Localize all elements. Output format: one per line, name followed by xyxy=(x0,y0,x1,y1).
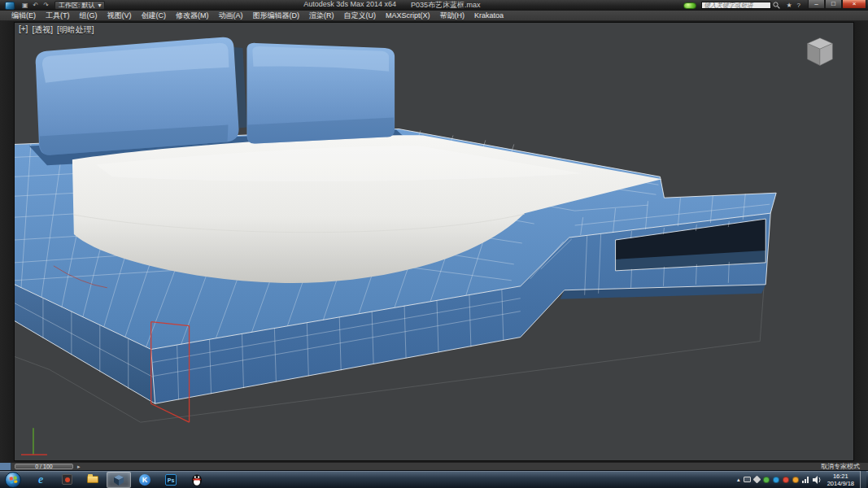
tray-hidden-icons-arrow[interactable]: ▴ xyxy=(737,477,740,483)
chevron-down-icon: ▾ xyxy=(98,2,101,9)
save-icon[interactable]: ▣ xyxy=(20,0,31,11)
window-controls: – □ × xyxy=(808,0,866,9)
taskbar-icon-media-player[interactable] xyxy=(55,472,79,488)
workspace-selector[interactable]: 工作区: 默认 ▾ xyxy=(55,1,105,10)
k-app-icon: K xyxy=(139,474,150,486)
taskbar-icon-explorer-folder[interactable] xyxy=(81,472,105,488)
show-desktop-button[interactable] xyxy=(860,471,866,488)
workspace-label: 工作区: 默认 xyxy=(59,1,94,10)
viewport-general-menu[interactable]: [+] xyxy=(19,24,28,36)
menu-customize[interactable]: 自定义(U) xyxy=(339,11,382,21)
close-button[interactable]: × xyxy=(842,0,866,9)
menu-animation[interactable]: 动画(A) xyxy=(214,11,248,21)
menu-maxscript[interactable]: MAXScript(X) xyxy=(381,11,435,21)
taskbar-clock[interactable]: 16:21 2014/9/18 xyxy=(827,473,854,487)
taskbar-icon-qq[interactable] xyxy=(185,472,209,488)
ie-icon: e xyxy=(38,474,43,486)
search-input[interactable] xyxy=(701,2,771,9)
menu-tools[interactable]: 工具(T) xyxy=(41,11,75,21)
viewport-frame: [+] [透视] [明暗处理] xyxy=(0,21,868,462)
taskbar-icon-k-app[interactable]: K xyxy=(133,472,157,488)
taskbar-icon-photoshop[interactable]: Ps xyxy=(159,472,183,488)
menu-krakatoa[interactable]: Krakatoa xyxy=(469,11,508,21)
viewport-label: [+] [透视] [明暗处理] xyxy=(19,24,94,36)
online-status-icon[interactable] xyxy=(683,2,696,9)
tray-shield-icon[interactable] xyxy=(752,476,761,484)
tray-app-icon-green[interactable] xyxy=(763,477,770,483)
window-title: Autodesk 3ds Max 2014 x64 P035布艺床蓝框.max xyxy=(105,0,678,11)
titlebar: ▣ ↶ ↷ 工作区: 默认 ▾ Autodesk 3ds Max 2014 x6… xyxy=(0,0,868,11)
frame-indicator: 0 / 100 xyxy=(35,464,52,469)
viewport-perspective[interactable]: [+] [透视] [明暗处理] xyxy=(14,22,854,461)
clock-date: 2014/9/18 xyxy=(827,480,854,487)
menubar: 编辑(E) 工具(T) 组(G) 视图(V) 创建(C) 修改器(M) 动画(A… xyxy=(0,11,868,21)
menu-help[interactable]: 帮助(H) xyxy=(435,11,470,21)
photoshop-icon: Ps xyxy=(165,474,177,486)
3dsmax-logo-icon xyxy=(5,2,15,10)
system-tray: ▴ 16:21 2014/9/18 xyxy=(737,471,868,488)
folder-icon xyxy=(87,476,98,483)
tray-app-icon-orange[interactable] xyxy=(792,477,799,483)
viewport-pov-label[interactable]: [透视] xyxy=(32,24,53,36)
start-button[interactable] xyxy=(5,472,21,488)
minimize-button[interactable]: – xyxy=(808,0,825,9)
app-title-text: Autodesk 3ds Max 2014 x64 xyxy=(303,0,396,11)
menu-modifiers[interactable]: 修改器(M) xyxy=(171,11,214,21)
windows-flag-icon xyxy=(9,476,17,483)
taskbar-icon-3dsmax-active[interactable] xyxy=(107,472,131,488)
tray-app-icon-red[interactable] xyxy=(783,477,789,483)
viewport-shading-label[interactable]: [明暗处理] xyxy=(57,24,94,36)
menu-graph-editors[interactable]: 图形编辑器(D) xyxy=(248,11,305,21)
taskbar: e K Ps xyxy=(0,470,868,488)
media-player-icon xyxy=(62,474,72,485)
next-frame-arrow-icon[interactable]: ▸ xyxy=(77,463,81,470)
timeline-bar: 0 / 100 ▸ 取消专家模式 xyxy=(0,462,868,470)
document-title-text: P035布艺床蓝框.max xyxy=(411,0,481,11)
taskbar-icon-ie[interactable]: e xyxy=(28,472,53,488)
menu-create[interactable]: 创建(C) xyxy=(137,11,172,21)
favorites-star-icon[interactable]: ★ xyxy=(783,0,794,11)
timeline-corner-chip xyxy=(0,463,11,470)
menu-rendering[interactable]: 渲染(R) xyxy=(304,11,339,21)
menu-group[interactable]: 组(G) xyxy=(75,11,103,21)
menu-edit[interactable]: 编辑(E) xyxy=(7,11,41,21)
application-menu-button[interactable] xyxy=(0,0,20,11)
menu-views[interactable]: 视图(V) xyxy=(103,11,137,21)
volume-icon[interactable] xyxy=(812,476,822,484)
3dsmax-taskbar-icon xyxy=(112,473,125,486)
tray-app-icon-blue[interactable] xyxy=(773,477,779,483)
3dsmax-window: ▣ ↶ ↷ 工作区: 默认 ▾ Autodesk 3ds Max 2014 x6… xyxy=(0,0,868,488)
search-icon[interactable] xyxy=(773,2,780,9)
cancel-expert-mode-button[interactable]: 取消专家模式 xyxy=(821,464,860,470)
network-icon[interactable] xyxy=(802,477,809,483)
qq-penguin-icon xyxy=(191,473,203,486)
time-slider[interactable]: 0 / 100 xyxy=(15,464,73,469)
bed-model xyxy=(15,23,853,460)
tray-monitor-icon[interactable] xyxy=(744,477,751,482)
maximize-button[interactable]: □ xyxy=(825,0,842,9)
help-icon[interactable]: ? xyxy=(795,0,803,11)
redo-icon[interactable]: ↷ xyxy=(41,0,51,11)
undo-icon[interactable]: ↶ xyxy=(31,0,41,11)
infocenter-search xyxy=(701,2,780,9)
clock-time: 16:21 xyxy=(827,473,854,480)
viewcube[interactable] xyxy=(796,33,840,73)
